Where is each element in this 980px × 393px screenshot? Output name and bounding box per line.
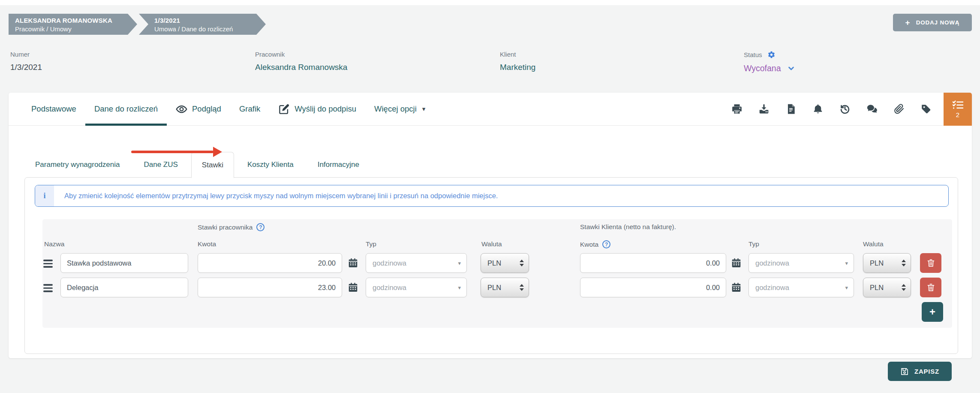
bell-icon[interactable] xyxy=(812,103,824,115)
tab-grafik[interactable]: Grafik xyxy=(230,93,269,125)
gear-icon[interactable] xyxy=(767,51,776,59)
help-icon[interactable]: ? xyxy=(602,240,610,248)
download-icon[interactable] xyxy=(758,103,770,115)
selected-value: godzinowa xyxy=(755,259,789,267)
tab-wyslij-do-podpisu[interactable]: Wyślij do podpisu xyxy=(269,93,365,125)
rate-name-input[interactable] xyxy=(60,278,188,297)
rate-row: godzinowa▾ PLN godzinowa▾ PLN xyxy=(42,253,952,273)
document-icon[interactable] xyxy=(785,103,797,115)
employee-currency-select[interactable]: PLN xyxy=(481,253,529,273)
tab-label: Dane do rozliczeń xyxy=(94,104,158,114)
tab-label: Podstawowe xyxy=(31,104,76,114)
numer-value: 1/3/2021 xyxy=(10,63,42,72)
drag-handle-icon[interactable] xyxy=(43,284,53,292)
field-pracownik: Pracownik Aleksandra Romanowska xyxy=(255,51,347,72)
field-numer: Numer 1/3/2021 xyxy=(10,51,42,72)
tab-podglad[interactable]: Podgląd xyxy=(167,93,230,125)
caret-down-icon: ▾ xyxy=(422,105,426,113)
rate-name-input[interactable] xyxy=(60,253,188,273)
comments-icon[interactable] xyxy=(866,103,878,115)
employee-currency-select[interactable]: PLN xyxy=(481,278,529,297)
save-button[interactable]: ZAPISZ xyxy=(888,362,952,381)
delete-row-button[interactable] xyxy=(920,253,941,273)
tab-podstawowe[interactable]: Podstawowe xyxy=(22,93,85,125)
checklist-icon xyxy=(952,100,964,110)
client-currency-select[interactable]: PLN xyxy=(863,253,911,273)
breadcrumb-subtitle: Pracownik / Umowy xyxy=(15,25,124,33)
add-new-label: DODAJ NOWĄ xyxy=(916,19,960,26)
breadcrumb-contract[interactable]: 1/3/2021 Umowa / Dane do rozliczeń xyxy=(139,14,266,35)
rates-table: Stawki pracownika ? Stawki Klienta (nett… xyxy=(42,219,952,328)
top-strip xyxy=(0,0,980,5)
trash-icon xyxy=(926,258,935,268)
info-icon: i xyxy=(35,185,54,206)
pracownik-value[interactable]: Aleksandra Romanowska xyxy=(255,63,347,72)
checklist-count: 2 xyxy=(956,111,959,118)
selected-value: godzinowa xyxy=(755,284,789,292)
employee-rates-label: Stawki pracownika xyxy=(198,224,253,231)
col-typ-emp: Typ xyxy=(366,240,376,248)
add-new-button[interactable]: + DODAJ NOWĄ xyxy=(893,14,972,31)
annotation-arrowhead xyxy=(213,147,222,157)
contract-card: Podstawowe Dane do rozliczeń Podgląd Gra… xyxy=(9,93,972,358)
printer-icon[interactable] xyxy=(731,103,743,115)
employee-type-select[interactable]: godzinowa▾ xyxy=(366,253,467,273)
calendar-icon[interactable] xyxy=(348,257,358,268)
calendar-icon[interactable] xyxy=(731,257,742,268)
checklist-button[interactable]: 2 xyxy=(944,93,972,126)
save-icon xyxy=(900,367,909,376)
plus-icon: + xyxy=(905,18,910,27)
client-amount-input[interactable] xyxy=(580,278,726,297)
client-type-select[interactable]: godzinowa▾ xyxy=(749,278,854,297)
breadcrumb-employee[interactable]: ALEKSANDRA ROMANOWSKA Pracownik / Umowy xyxy=(9,14,137,35)
subtab-parametry-wynagrodzenia[interactable]: Parametry wynagrodzenia xyxy=(24,152,130,178)
col-waluta-cli: Waluta xyxy=(863,240,884,248)
calendar-icon[interactable] xyxy=(348,282,358,293)
paperclip-icon[interactable] xyxy=(893,103,905,115)
selected-value: godzinowa xyxy=(373,259,406,267)
stawki-panel: i Aby zmienić kolejność elementów przytr… xyxy=(24,177,958,354)
trash-icon xyxy=(926,283,935,292)
drag-handle-icon[interactable] xyxy=(43,260,53,268)
col-typ-cli: Typ xyxy=(749,240,759,248)
selected-value: PLN xyxy=(487,284,501,292)
breadcrumb-subtitle: Umowa / Dane do rozliczeń xyxy=(154,25,253,33)
subtab-label: Stawki xyxy=(202,161,223,169)
client-type-select[interactable]: godzinowa▾ xyxy=(749,253,854,273)
klient-label: Klient xyxy=(500,51,535,58)
page: ALEKSANDRA ROMANOWSKA Pracownik / Umowy … xyxy=(0,0,980,393)
help-icon[interactable]: ? xyxy=(256,223,265,231)
status-value: Wycofana xyxy=(744,63,781,73)
edit-icon xyxy=(278,103,290,115)
subtab-label: Dane ZUS xyxy=(144,160,177,169)
tab-label: Wyślij do podpisu xyxy=(295,104,356,114)
employee-type-select[interactable]: godzinowa▾ xyxy=(366,278,467,297)
subtab-informacyjne[interactable]: Informacyjne xyxy=(307,152,370,178)
add-row-button[interactable]: + xyxy=(922,302,943,322)
calendar-icon[interactable] xyxy=(731,282,742,293)
status-dropdown[interactable]: Wycofana xyxy=(744,63,795,73)
employee-amount-input[interactable] xyxy=(198,253,342,273)
client-rates-header: Stawki Klienta (netto na fakturę). xyxy=(580,223,676,231)
stepper-icon xyxy=(520,284,524,291)
numer-label: Numer xyxy=(10,51,42,58)
breadcrumb-title: ALEKSANDRA ROMANOWSKA xyxy=(15,16,124,25)
tag-icon[interactable] xyxy=(920,103,932,115)
col-kwota-cli: Kwota ? xyxy=(580,240,610,248)
client-amount-input[interactable] xyxy=(580,253,726,273)
info-alert-text: Aby zmienić kolejność elementów przytrzy… xyxy=(54,185,498,206)
tab-dane-do-rozliczen[interactable]: Dane do rozliczeń xyxy=(85,93,167,125)
tab-wiecej-opcji[interactable]: Więcej opcji ▾ xyxy=(365,93,434,125)
annotation-arrow xyxy=(131,151,213,153)
klient-value[interactable]: Marketing xyxy=(500,63,535,72)
subtab-stawki[interactable]: Stawki xyxy=(191,152,234,178)
subtab-dane-zus[interactable]: Dane ZUS xyxy=(133,152,188,178)
history-icon[interactable] xyxy=(839,103,851,115)
employee-amount-input[interactable] xyxy=(198,278,342,297)
save-label: ZAPISZ xyxy=(914,368,939,375)
subtab-koszty-klienta[interactable]: Koszty Klienta xyxy=(237,152,304,178)
client-currency-select[interactable]: PLN xyxy=(863,278,911,297)
delete-row-button[interactable] xyxy=(920,278,941,297)
stepper-icon xyxy=(520,260,524,266)
pracownik-label: Pracownik xyxy=(255,51,347,58)
